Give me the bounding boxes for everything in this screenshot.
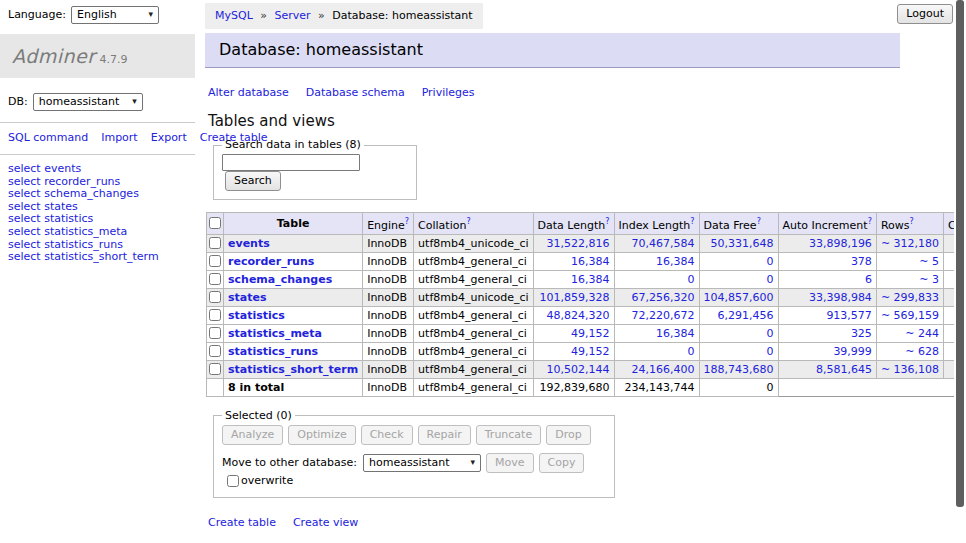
- help-link[interactable]: ?: [605, 217, 609, 226]
- help-link[interactable]: ?: [909, 217, 913, 226]
- main-content: MySQL » Server » Database: homeassistant…: [205, 0, 954, 543]
- breadcrumb-link-server[interactable]: Server: [275, 9, 311, 22]
- alter-database-link[interactable]: Alter database: [208, 86, 289, 99]
- data-free-value[interactable]: 6,291,456: [718, 309, 774, 322]
- check-button[interactable]: Check: [361, 425, 413, 445]
- optimize-button[interactable]: Optimize: [288, 425, 355, 445]
- database-schema-link[interactable]: Database schema: [306, 86, 405, 99]
- help-link[interactable]: ?: [690, 217, 694, 226]
- sidebar-action-import[interactable]: Import: [101, 131, 138, 144]
- index-length-value[interactable]: 16,384: [656, 327, 695, 340]
- rows-estimate-value[interactable]: ~ 569,159: [881, 309, 939, 322]
- data-length-value[interactable]: 16,384: [571, 273, 610, 286]
- row-checkbox[interactable]: [209, 345, 221, 357]
- index-length-value[interactable]: 72,220,672: [632, 309, 695, 322]
- rows-estimate-value[interactable]: ~ 312,180: [881, 237, 939, 250]
- rows-estimate-value[interactable]: ~ 136,108: [881, 363, 939, 376]
- data-free-value[interactable]: 188,743,680: [704, 363, 774, 376]
- data-free-value[interactable]: 0: [767, 327, 774, 340]
- scrollbar-thumb[interactable]: [956, 0, 964, 507]
- collation-cell: utf8mb4_general_ci: [414, 252, 533, 270]
- index-length-value[interactable]: 67,256,320: [632, 291, 695, 304]
- data-length-value[interactable]: 31,522,816: [547, 237, 610, 250]
- sidebar-action-sql-command[interactable]: SQL command: [8, 131, 88, 144]
- sidebar-action-export[interactable]: Export: [151, 131, 187, 144]
- index-length-value[interactable]: 16,384: [656, 255, 695, 268]
- row-checkbox[interactable]: [209, 291, 221, 303]
- table-link-events[interactable]: events: [228, 237, 270, 250]
- privileges-link[interactable]: Privileges: [422, 86, 475, 99]
- search-legend: Search data in tables (8): [222, 139, 364, 151]
- scrollbar[interactable]: [954, 0, 966, 543]
- rows-estimate-value[interactable]: ~ 299,833: [881, 291, 939, 304]
- copy-button[interactable]: Copy: [539, 453, 585, 473]
- move-button[interactable]: Move: [486, 453, 534, 473]
- drop-button[interactable]: Drop: [546, 425, 590, 445]
- db-select[interactable]: ▾homeassistant: [33, 93, 143, 111]
- select-all-checkbox[interactable]: [209, 217, 221, 229]
- table-link-states[interactable]: states: [228, 291, 267, 304]
- create-table-link[interactable]: Create table: [208, 516, 276, 529]
- data-length-value[interactable]: 48,824,320: [547, 309, 610, 322]
- data-free-value[interactable]: 0: [767, 255, 774, 268]
- auto-increment-value[interactable]: 378: [851, 255, 872, 268]
- row-checkbox[interactable]: [209, 363, 221, 375]
- data-length-value[interactable]: 49,152: [571, 327, 610, 340]
- search-button[interactable]: Search: [225, 171, 281, 191]
- truncate-button[interactable]: Truncate: [476, 425, 541, 445]
- index-length-value[interactable]: 70,467,584: [632, 237, 695, 250]
- row-checkbox[interactable]: [209, 309, 221, 321]
- rows-estimate-value[interactable]: ~ 3: [919, 273, 939, 286]
- sidebar-select-statistics-short-term[interactable]: select statistics_short_term: [8, 251, 187, 264]
- language-select[interactable]: ▾English: [71, 6, 159, 24]
- help-link[interactable]: ?: [405, 217, 409, 226]
- auto-increment-value[interactable]: 33,398,984: [809, 291, 872, 304]
- data-length-value[interactable]: 49,152: [571, 345, 610, 358]
- overwrite-checkbox[interactable]: [227, 475, 239, 487]
- move-db-select[interactable]: ▾homeassistant: [363, 454, 481, 472]
- auto-increment-value[interactable]: 913,577: [826, 309, 872, 322]
- auto-increment-value[interactable]: 8,581,645: [816, 363, 872, 376]
- table-link-statistics-runs[interactable]: statistics_runs: [228, 345, 318, 358]
- create-view-link[interactable]: Create view: [293, 516, 358, 529]
- sidebar-select-statistics-meta[interactable]: select statistics_meta: [8, 226, 187, 239]
- rows-estimate-value[interactable]: ~ 5: [919, 255, 939, 268]
- row-checkbox[interactable]: [209, 327, 221, 339]
- table-link-schema-changes[interactable]: schema_changes: [228, 273, 332, 286]
- data-length-value[interactable]: 16,384: [571, 255, 610, 268]
- rows-estimate-value[interactable]: ~ 628: [905, 345, 939, 358]
- repair-button[interactable]: Repair: [418, 425, 471, 445]
- table-link-statistics[interactable]: statistics: [228, 309, 285, 322]
- row-checkbox[interactable]: [209, 273, 221, 285]
- rows-estimate-value[interactable]: ~ 244: [905, 327, 939, 340]
- index-length-value[interactable]: 0: [688, 273, 695, 286]
- data-length-value[interactable]: 101,859,328: [540, 291, 610, 304]
- breadcrumb-link-mysql[interactable]: MySQL: [215, 9, 253, 22]
- sidebar-select-schema-changes[interactable]: select schema_changes: [8, 188, 187, 201]
- sidebar-select-events[interactable]: select events: [8, 163, 187, 176]
- auto-increment-value[interactable]: 39,999: [833, 345, 872, 358]
- help-link[interactable]: ?: [466, 217, 470, 226]
- auto-increment-value[interactable]: 6: [865, 273, 872, 286]
- data-free-value[interactable]: 50,331,648: [711, 237, 774, 250]
- auto-increment-value[interactable]: 33,898,196: [809, 237, 872, 250]
- search-input[interactable]: [222, 154, 360, 171]
- index-length-value[interactable]: 24,166,400: [632, 363, 695, 376]
- data-length-value[interactable]: 10,502,144: [547, 363, 610, 376]
- data-length-cell: 16,384: [533, 270, 614, 288]
- auto-increment-value[interactable]: 325: [851, 327, 872, 340]
- row-checkbox[interactable]: [209, 237, 221, 249]
- index-length-value[interactable]: 0: [688, 345, 695, 358]
- select-all-cell: [207, 213, 224, 235]
- analyze-button[interactable]: Analyze: [222, 425, 283, 445]
- help-link[interactable]: ?: [868, 217, 872, 226]
- help-link[interactable]: ?: [757, 217, 761, 226]
- auto-increment-cell: 33,898,196: [778, 234, 876, 252]
- row-checkbox[interactable]: [209, 255, 221, 267]
- table-link-recorder-runs[interactable]: recorder_runs: [228, 255, 314, 268]
- data-free-value[interactable]: 0: [767, 273, 774, 286]
- data-free-value[interactable]: 104,857,600: [704, 291, 774, 304]
- table-link-statistics-short-term[interactable]: statistics_short_term: [228, 363, 358, 376]
- table-link-statistics-meta[interactable]: statistics_meta: [228, 327, 322, 340]
- data-free-value[interactable]: 0: [767, 345, 774, 358]
